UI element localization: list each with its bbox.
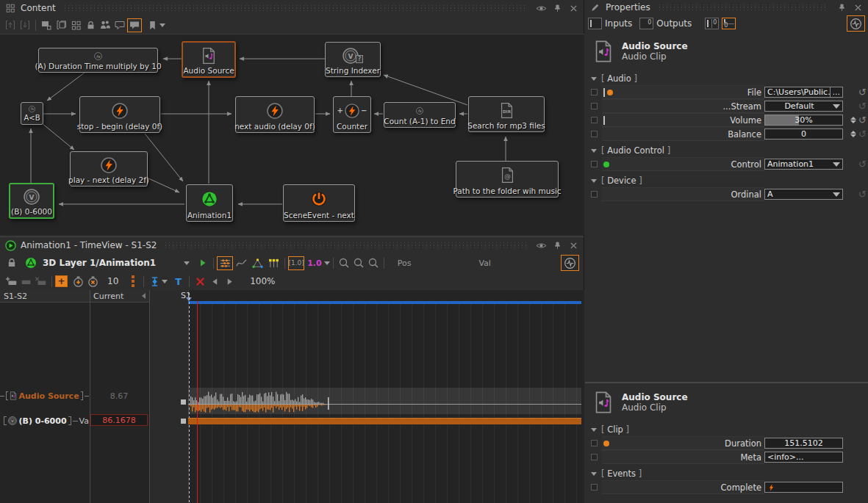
collapse-column-icon[interactable] — [142, 293, 146, 299]
header-drag-area[interactable] — [63, 5, 528, 11]
reset-icon[interactable] — [858, 115, 867, 125]
lock-icon[interactable] — [83, 18, 98, 32]
duplicate-icon[interactable] — [54, 18, 68, 32]
collapse-icon[interactable] — [591, 428, 597, 432]
keyframe-handle[interactable] — [181, 419, 186, 424]
users-icon[interactable] — [98, 18, 112, 32]
eye-icon[interactable] — [535, 239, 547, 251]
add-node-icon[interactable] — [39, 18, 54, 32]
collapse-icon[interactable] — [591, 149, 597, 153]
checkbox[interactable] — [591, 484, 598, 491]
pin-icon[interactable] — [551, 239, 563, 251]
pin-icon[interactable] — [551, 2, 563, 14]
graph-node[interactable]: Count (A-1) to End — [384, 102, 456, 128]
comment-active-icon[interactable] — [127, 18, 142, 32]
inputs-icon[interactable] — [588, 18, 602, 29]
close-icon[interactable] — [852, 1, 864, 13]
checkbox[interactable] — [591, 161, 598, 167]
paste-down-icon[interactable] — [18, 18, 32, 32]
section-device[interactable]: Device — [585, 174, 868, 187]
live-update-icon[interactable] — [561, 255, 579, 271]
value-track-bar[interactable] — [188, 418, 581, 424]
checkbox[interactable] — [591, 103, 598, 109]
section-audio-control[interactable]: Audio Control — [585, 144, 868, 157]
file-field[interactable]: C:\Users\Public...... — [764, 87, 843, 98]
checkbox[interactable] — [591, 454, 598, 460]
outputs-icon[interactable]: 0 — [639, 18, 653, 29]
close-icon[interactable] — [567, 2, 579, 14]
graph-node[interactable]: ? String Indexer — [325, 42, 381, 77]
graph-node[interactable]: A<B — [21, 102, 43, 125]
paste-up-icon[interactable] — [3, 18, 18, 32]
text-mode-icon[interactable]: T — [175, 276, 182, 287]
remove-track-icon[interactable] — [34, 275, 49, 289]
playhead[interactable] — [197, 301, 198, 503]
grid-icon[interactable] — [68, 18, 83, 32]
graph-node[interactable]: play - next (delay 2f) — [70, 151, 148, 187]
prev-keyframe-icon[interactable] — [207, 275, 222, 289]
remove-stopwatch-icon[interactable] — [85, 275, 100, 289]
graph-node[interactable]: +− Counter — [333, 96, 371, 133]
track-current-value[interactable]: 86.1678 — [90, 414, 148, 426]
section-clip[interactable]: Clip — [585, 423, 868, 436]
add-track-icon[interactable] — [4, 275, 19, 289]
close-icon[interactable] — [567, 239, 579, 251]
keyframe-handle[interactable] — [181, 399, 186, 405]
collapse-icon[interactable] — [591, 77, 597, 81]
add-stopwatch-icon[interactable] — [71, 275, 85, 289]
checkbox[interactable] — [591, 191, 598, 198]
add-keyframe-button[interactable]: + — [55, 275, 68, 287]
graph-node[interactable]: SceneEvent - next — [283, 184, 355, 222]
section-events[interactable]: Events — [585, 467, 868, 480]
duration-field[interactable]: 151.5102 — [764, 438, 843, 449]
zoom-in-icon[interactable] — [337, 256, 351, 270]
volume-slider[interactable]: 30% — [764, 115, 843, 126]
pin-icon[interactable] — [836, 1, 847, 13]
reset-icon[interactable] — [858, 87, 867, 97]
lock-icon[interactable] — [4, 256, 19, 270]
inputs-label[interactable]: Inputs — [605, 18, 632, 29]
track-column-header[interactable]: S1-S2 — [0, 290, 90, 303]
graph-node-animation1[interactable]: Animation1 — [186, 184, 233, 222]
control-dropdown[interactable]: Animation1 — [764, 159, 843, 170]
reset-icon[interactable] — [858, 129, 867, 139]
header-drag-area[interactable] — [658, 4, 828, 10]
zoom-out-icon[interactable] — [351, 256, 366, 270]
speed-value[interactable]: 1.0 — [307, 258, 322, 268]
checkbox[interactable] — [591, 440, 598, 446]
split-view-icon[interactable]: 0 — [722, 18, 736, 29]
timeline-range-bar[interactable] — [188, 301, 581, 304]
header-drag-area[interactable] — [164, 242, 528, 248]
animation-target[interactable]: 3D Layer 1/Animation1 — [43, 258, 156, 268]
ordinal-dropdown[interactable]: A — [764, 189, 843, 200]
node-graph[interactable]: (A) Duration Time multiply by 10 Audio S… — [0, 34, 584, 235]
bookmark-icon[interactable] — [145, 18, 159, 32]
comment-icon[interactable] — [112, 18, 127, 32]
timeline-zoom-value[interactable]: 100% — [250, 276, 275, 286]
inputs-outputs-icon[interactable]: 0 — [705, 18, 719, 29]
bookmark-dropdown-icon[interactable] — [159, 23, 165, 27]
stream-dropdown[interactable]: Default — [764, 101, 843, 112]
graph-node[interactable]: stop - begin (delay 0f) — [79, 96, 160, 133]
next-keyframe-icon[interactable] — [222, 275, 237, 289]
track-row-b-0-6000[interactable]: (B) 0-6000 Va — [0, 415, 90, 427]
keyframe-mode-dropdown-icon[interactable] — [162, 280, 168, 283]
graph-node[interactable]: (A) Duration Time multiply by 10 — [38, 48, 158, 73]
graph-node[interactable]: next audio (delay 0f) — [235, 96, 315, 133]
rgb-triangle-icon[interactable] — [249, 256, 265, 270]
outputs-label[interactable]: Outputs — [656, 18, 692, 29]
speed-dropdown-icon[interactable] — [324, 261, 330, 265]
more-options-icon[interactable] — [132, 275, 134, 287]
collapse-icon[interactable] — [591, 472, 597, 476]
balance-field[interactable]: 0 — [764, 129, 843, 140]
live-update-icon[interactable] — [847, 15, 865, 32]
play-icon[interactable] — [196, 256, 210, 270]
eye-icon[interactable] — [535, 2, 547, 14]
graph-node[interactable]: Search for mp3 files — [468, 96, 545, 132]
reset-icon[interactable] — [858, 159, 867, 169]
markers-icon[interactable] — [265, 256, 281, 270]
current-column-header[interactable]: Current — [90, 290, 149, 303]
track-row-audio-source[interactable]: Audio Source — [0, 390, 90, 402]
graph-node[interactable]: Path to the folder wih music — [456, 161, 559, 198]
zoom-fit-icon[interactable] — [366, 256, 381, 270]
